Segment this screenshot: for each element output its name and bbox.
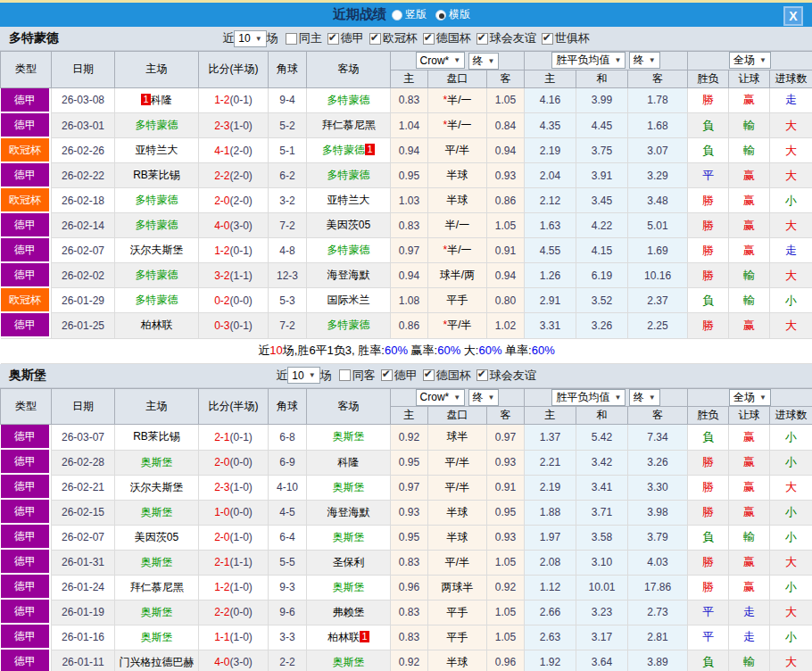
odds-away-cell: 1.02 bbox=[487, 313, 525, 339]
mean-away-cell: 3.29 bbox=[628, 163, 688, 188]
mean-home-cell: 4.16 bbox=[525, 87, 576, 113]
league-checkbox-德国杯[interactable] bbox=[423, 33, 435, 45]
handicap-star: * bbox=[443, 94, 447, 106]
odds-home-cell: 0.83 bbox=[391, 625, 428, 650]
odds-away-cell: 1.05 bbox=[487, 550, 525, 575]
away-team-cell: 多特蒙德 bbox=[307, 163, 391, 188]
league-checkbox-球会友谊[interactable] bbox=[476, 369, 488, 381]
final-mean-select[interactable]: 终▼ bbox=[629, 52, 660, 69]
league-cell: 德甲 bbox=[1, 625, 52, 650]
chevron-down-icon: ▼ bbox=[649, 393, 656, 402]
mean-home-cell: 2.04 bbox=[525, 163, 576, 188]
bookmaker-select[interactable]: Crow*▼ bbox=[416, 52, 466, 69]
close-icon[interactable]: X bbox=[783, 6, 803, 26]
mean-home-cell: 3.31 bbox=[525, 313, 576, 339]
score-cell: 2-1(0-1) bbox=[199, 425, 269, 451]
score-cell: 4-0(3-0) bbox=[199, 650, 269, 671]
score-cell: 2-0(0-0) bbox=[199, 450, 269, 475]
final-mean-select[interactable]: 终▼ bbox=[629, 389, 660, 406]
league-cell: 德甲 bbox=[1, 313, 52, 339]
corners-cell: 5-3 bbox=[269, 288, 307, 313]
goals-result-cell: 小 bbox=[770, 525, 812, 550]
match-row: 德甲26-02-14多特蒙德4-0(3-0)7-2美因茨050.83半/一1.0… bbox=[1, 213, 812, 238]
mean-draw-cell: 4.45 bbox=[576, 113, 628, 138]
away-team-cell: 奥斯堡 bbox=[307, 525, 391, 550]
mean-select[interactable]: 胜平负均值▼ bbox=[551, 52, 626, 69]
league-cell: 德甲 bbox=[1, 550, 52, 575]
fullmatch-select[interactable]: 全场▼ bbox=[729, 52, 771, 69]
score-cell: 2-2(2-0) bbox=[199, 163, 269, 188]
home-team-cell: 奥斯堡 bbox=[115, 625, 199, 650]
odds-away-cell: 1.05 bbox=[487, 625, 525, 650]
match-row: 德甲26-01-16奥斯堡1-1(1-0)3-3柏林联10.83平手1.052.… bbox=[1, 625, 812, 650]
league-checkbox-欧冠杯[interactable] bbox=[369, 33, 381, 45]
odds-away-cell: 0.92 bbox=[487, 575, 525, 600]
result-cell: 平 bbox=[688, 163, 729, 188]
league-checkbox-德甲[interactable] bbox=[381, 369, 393, 381]
corners-cell: 3-2 bbox=[269, 188, 307, 213]
goals-result-cell: 大 bbox=[770, 600, 812, 625]
odds-home-cell: 0.83 bbox=[391, 600, 428, 625]
mean-home-cell: 2.19 bbox=[525, 475, 576, 500]
corners-cell: 9-6 bbox=[269, 600, 307, 625]
final-odds-select[interactable]: 终▼ bbox=[468, 389, 500, 406]
league-checkbox-德国杯[interactable] bbox=[423, 369, 435, 381]
summary-text: 近10场,胜6平1负3, 胜率:60% 赢率:60% 大:60% 单率:60% bbox=[1, 338, 812, 363]
handicap-star: * bbox=[443, 119, 447, 131]
radio-vertical-layout[interactable]: 竖版 bbox=[392, 7, 427, 22]
mean-draw-cell: 3.64 bbox=[576, 650, 628, 671]
match-row: 德甲26-02-07沃尔夫斯堡1-2(0-1)4-8多特蒙德0.97*半/一0.… bbox=[1, 238, 812, 263]
chevron-down-icon: ▼ bbox=[309, 371, 316, 379]
match-count-select[interactable]: 10▼ bbox=[287, 367, 319, 384]
league-cell: 德甲 bbox=[1, 263, 52, 288]
match-count-select[interactable]: 10▼ bbox=[234, 30, 266, 47]
goals-result-cell: 大 bbox=[770, 650, 812, 671]
mean-select[interactable]: 胜平负均值▼ bbox=[551, 389, 626, 406]
handicap-cell: 半球 bbox=[428, 525, 487, 550]
team-label: 奥斯堡 bbox=[333, 481, 365, 493]
match-row: 德甲26-01-19奥斯堡2-2(0-0)9-6弗赖堡0.83平手1.052.6… bbox=[1, 600, 812, 625]
odds-group-header: Crow*▼ 终▼ bbox=[391, 52, 525, 70]
bookmaker-select[interactable]: Crow*▼ bbox=[416, 389, 466, 406]
date-cell: 26-03-08 bbox=[52, 87, 115, 113]
league-checkbox-球会友谊[interactable] bbox=[476, 33, 488, 45]
final-odds-select[interactable]: 终▼ bbox=[468, 53, 500, 70]
same-venue-checkbox[interactable] bbox=[339, 369, 351, 381]
result-cell: 負 bbox=[688, 525, 729, 550]
summary-row: 近10场,胜6平1负3, 胜率:60% 赢率:60% 大:60% 单率:60% bbox=[1, 338, 812, 363]
odds-home-cell: 0.92 bbox=[391, 650, 428, 671]
team-label: 沃尔夫斯堡 bbox=[130, 481, 184, 493]
team-label: 多特蒙德 bbox=[327, 319, 370, 331]
result-cell: 勝 bbox=[688, 87, 729, 113]
team-label: 沃尔夫斯堡 bbox=[130, 244, 184, 256]
team-label: RB莱比锡 bbox=[133, 169, 180, 181]
fullmatch-select[interactable]: 全场▼ bbox=[729, 389, 771, 406]
league-label: 球会友谊 bbox=[490, 30, 536, 46]
result-cell: 負 bbox=[688, 113, 729, 138]
odds-home-cell: 0.95 bbox=[391, 163, 428, 188]
same-venue-checkbox[interactable] bbox=[286, 33, 297, 45]
score-cell: 2-2(0-0) bbox=[199, 600, 269, 625]
league-cell: 德甲 bbox=[1, 600, 52, 625]
mean-home-cell: 2.66 bbox=[525, 600, 576, 625]
radio-icon[interactable] bbox=[392, 10, 402, 21]
corners-cell: 9-3 bbox=[269, 575, 307, 600]
score-cell: 0-2(0-0) bbox=[199, 288, 269, 313]
league-label: 德国杯 bbox=[436, 30, 471, 46]
result-cell: 勝 bbox=[688, 213, 729, 238]
away-team-cell: 国际米兰 bbox=[307, 288, 391, 313]
odds-home-cell: 1.04 bbox=[391, 113, 428, 138]
handicap-result-cell: 赢 bbox=[729, 475, 770, 500]
goals-result-cell: 大 bbox=[770, 163, 812, 188]
radio-selected-icon[interactable] bbox=[435, 10, 446, 21]
odds-away-cell: 1.05 bbox=[487, 87, 525, 113]
league-checkbox-世俱杯[interactable] bbox=[542, 33, 553, 45]
team-label: 多特蒙德 bbox=[136, 294, 178, 306]
handicap-cell: 球半/两 bbox=[428, 263, 487, 288]
handicap-result-cell: 輸 bbox=[729, 113, 770, 138]
radio-horizontal-layout[interactable]: 横版 bbox=[435, 7, 470, 22]
league-checkbox-德甲[interactable] bbox=[327, 33, 339, 45]
away-team-cell: 奥斯堡 bbox=[307, 425, 391, 451]
team-label: 奥斯堡 bbox=[333, 531, 365, 543]
odds-home-cell: 1.03 bbox=[391, 188, 428, 213]
